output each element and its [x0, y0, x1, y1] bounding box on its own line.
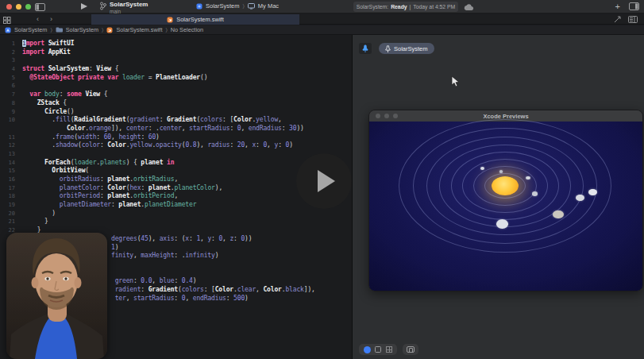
line-number: 6: [2, 82, 15, 91]
orbit-ring: [426, 137, 584, 235]
planet: [499, 170, 503, 172]
scheme-name: SolarSystem: [206, 2, 240, 10]
planet: [532, 191, 538, 195]
line-number: 10: [2, 116, 15, 125]
preview-target-label: SolarSystem: [394, 45, 428, 52]
code-line: 10 .fill(RadialGradient(gradient: Gradie…: [2, 116, 352, 125]
code-line: 8 ZStack {: [2, 99, 352, 108]
orbit-ring: [484, 173, 526, 199]
presenter-video: [6, 233, 107, 359]
pin-icon: [385, 45, 391, 52]
device-settings-button[interactable]: [403, 344, 418, 355]
preview-target-chip[interactable]: SolarSystem: [379, 43, 434, 54]
breadcrumb-group[interactable]: SolarSystem: [66, 26, 98, 33]
line-number: 18: [2, 192, 15, 201]
planet: [576, 195, 584, 202]
inspector-toggle-icon[interactable]: [629, 2, 639, 10]
line-number: 14: [2, 159, 15, 168]
related-items-icon[interactable]: [3, 17, 11, 24]
solar-system-preview: [369, 122, 642, 291]
live-preview-button[interactable]: [363, 345, 371, 353]
code-line: 1import SwiftUI: [2, 40, 352, 48]
code-line: 21 }: [2, 218, 352, 226]
mac-device-icon: [248, 3, 255, 10]
minimize-icon[interactable]: [384, 114, 389, 118]
preview-canvas-pane: SolarSystem Xcode Previews: [353, 35, 644, 359]
tab-label: SolarSystem.swift: [176, 16, 224, 23]
planet: [480, 167, 484, 170]
sun: [492, 176, 519, 195]
minimize-window-button[interactable]: [16, 4, 21, 10]
preview-controls: [359, 344, 418, 355]
status-project: SolarSystem:: [357, 4, 388, 10]
line-number: 3: [2, 56, 15, 65]
swift-file-icon: [106, 27, 113, 33]
folder-icon: [56, 27, 63, 33]
line-number: 20: [2, 210, 15, 218]
line-number: 17: [2, 184, 15, 193]
orbit-ring: [473, 166, 537, 206]
line-number: 12: [2, 141, 15, 150]
planet: [588, 189, 597, 196]
line-number: 8: [2, 99, 15, 108]
chevron-separator: 〉: [165, 27, 167, 33]
code-line: 19 planetDiameter: planet.planetDiameter: [2, 201, 352, 210]
code-review-icon[interactable]: [614, 16, 622, 23]
line-number: 13: [2, 150, 15, 159]
preview-window-controls: [376, 114, 398, 118]
window-controls: [6, 4, 31, 10]
breadcrumb-selection[interactable]: No Selection: [171, 26, 203, 33]
library-add-button[interactable]: +: [615, 2, 620, 10]
breadcrumb-project[interactable]: SolarSystem: [14, 26, 47, 33]
line-number: 9: [2, 108, 15, 117]
video-play-overlay-button[interactable]: [296, 153, 352, 209]
orbit-ring: [462, 159, 548, 213]
orbit-ring: [413, 128, 597, 244]
line-number: 5: [2, 74, 15, 83]
activity-status: SolarSystem: Ready | Today at 4:52 PM: [353, 2, 458, 12]
variants-mode-button[interactable]: [385, 345, 393, 353]
line-number: 1: [2, 40, 15, 48]
project-title: SolarSystem: [110, 2, 148, 8]
line-number: 19: [2, 201, 15, 210]
close-icon[interactable]: [376, 114, 380, 118]
code-line: 13: [2, 150, 352, 159]
back-button[interactable]: ‹: [37, 16, 39, 23]
zoom-icon[interactable]: [393, 114, 398, 118]
status-time: Today at 4:52 PM: [413, 4, 455, 10]
branch-icon: [100, 2, 106, 10]
chevron-separator: 〉: [102, 27, 103, 33]
forward-button[interactable]: ›: [50, 16, 52, 23]
code-line: 5 @StateObject private var loader = Plan…: [2, 74, 352, 83]
editor-options-icon[interactable]: [628, 16, 638, 23]
pin-preview-button[interactable]: [359, 43, 372, 54]
code-line: 9 Circle(): [2, 108, 352, 117]
line-number: 4: [2, 65, 15, 74]
line-number: 16: [2, 176, 15, 184]
webcam-overlay: [6, 233, 107, 359]
status-separator: |: [410, 4, 411, 10]
planet: [553, 210, 564, 219]
mouse-cursor: [451, 75, 460, 87]
selectable-mode-button[interactable]: [374, 345, 382, 353]
app-scheme-icon: [196, 3, 202, 10]
planet: [496, 219, 508, 229]
tab-solarsystem-swift[interactable]: SolarSystem.swift: [91, 14, 299, 25]
line-number: 2: [2, 48, 15, 57]
close-window-button[interactable]: [6, 4, 12, 10]
planet: [526, 176, 530, 180]
navigator-toggle-icon[interactable]: [35, 3, 45, 11]
run-button[interactable]: [81, 3, 87, 10]
code-line: 7 var body: some View {: [2, 91, 352, 99]
swift-file-icon: [167, 17, 173, 23]
line-number: 7: [2, 91, 15, 99]
breadcrumb-file[interactable]: SolarSystem.swift: [116, 26, 162, 33]
code-line: 3: [2, 56, 352, 65]
scheme-selector[interactable]: SolarSystem 〉 My Mac: [196, 2, 279, 10]
chevron-separator: 〉: [243, 3, 245, 10]
zoom-window-button[interactable]: [25, 4, 31, 10]
project-icon: [5, 27, 11, 33]
line-number: 11: [2, 133, 15, 142]
destination-name: My Mac: [258, 2, 279, 10]
code-line: 4struct SolarSystem: View {: [2, 65, 352, 74]
